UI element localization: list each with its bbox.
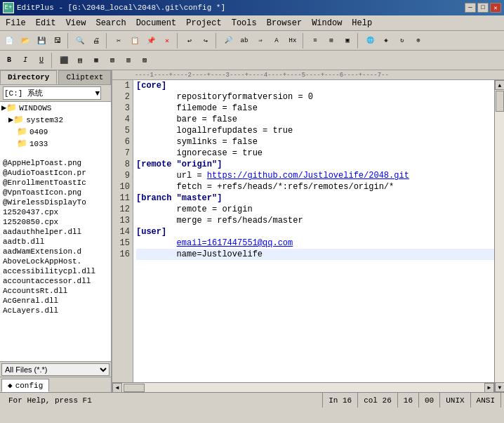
save-button[interactable]: 💾 xyxy=(34,33,49,48)
code-line: symlinks = false xyxy=(136,136,494,148)
view3-button[interactable]: ▣ xyxy=(340,33,355,48)
file-item[interactable]: @VpnToastIcon.png xyxy=(0,188,111,197)
scroll-left-button[interactable]: ◀ xyxy=(112,383,122,393)
save-all-button[interactable]: 🖫 xyxy=(50,33,65,48)
menu-document[interactable]: Document xyxy=(132,16,181,30)
stop-button[interactable]: ⊗ xyxy=(411,33,426,48)
style1-button[interactable]: ▦ xyxy=(88,53,104,68)
tab-cliptext[interactable]: Cliptext xyxy=(58,70,111,84)
file-item[interactable]: accessibilitycpl.dll xyxy=(0,266,111,276)
menu-edit[interactable]: Edit xyxy=(32,16,60,30)
menu-tools[interactable]: Tools xyxy=(227,16,261,30)
line-number: 11 xyxy=(112,193,130,204)
underline-button[interactable]: U xyxy=(34,53,49,68)
close-button[interactable]: ✕ xyxy=(490,3,501,13)
menu-window[interactable]: Window xyxy=(307,16,346,30)
scroll-track[interactable] xyxy=(495,90,504,382)
menu-file[interactable]: File xyxy=(1,16,30,30)
style3-button[interactable]: ▥ xyxy=(121,53,136,68)
scroll-up-button[interactable]: ▲ xyxy=(495,80,504,90)
file-item[interactable]: aadtb.dll xyxy=(0,237,111,247)
wordcount-button[interactable]: Hx xyxy=(285,33,300,48)
scroll-right-button[interactable]: ▶ xyxy=(484,383,494,393)
file-item[interactable]: 12520437.cpx xyxy=(0,207,111,217)
code-content[interactable]: [core] repositoryformatversion = 0 filem… xyxy=(133,80,494,382)
goto-button[interactable]: ⇒ xyxy=(253,33,268,48)
h-scroll-track[interactable] xyxy=(122,383,484,393)
file-item[interactable]: aadWamExtension.d xyxy=(0,247,111,256)
line-number: 6 xyxy=(112,136,130,148)
line-number: 10 xyxy=(112,181,130,193)
code-line: bare = false xyxy=(136,114,494,125)
menu-view[interactable]: View xyxy=(62,16,91,30)
redo-button[interactable]: ↪ xyxy=(198,33,213,48)
folder-icon: ▶📁 xyxy=(8,115,24,125)
directory-tree[interactable]: ▶📁 WINDOWS ▶📁 system32 📁 0409 📁 1033 xyxy=(0,102,111,158)
italic-button[interactable]: I xyxy=(18,53,33,68)
align-center-button[interactable]: ▤ xyxy=(72,53,88,68)
file-item[interactable]: AcLayers.dll xyxy=(0,306,111,315)
editor-area[interactable]: ----1----+----2----+----3----+----4----+… xyxy=(112,70,504,392)
dropdown-arrow: ▼ xyxy=(95,89,100,98)
restore-button[interactable]: □ xyxy=(477,3,489,13)
scroll-thumb[interactable] xyxy=(496,91,504,112)
tree-item-system32[interactable]: ▶📁 system32 xyxy=(0,114,111,126)
new-button[interactable]: 📄 xyxy=(1,33,17,48)
delete-button[interactable]: ✕ xyxy=(159,33,175,48)
drive-dropdown[interactable]: [C:] 系统 ▼ xyxy=(3,86,101,100)
print-preview-button[interactable]: 🔍 xyxy=(72,33,88,48)
print-button[interactable]: 🖨 xyxy=(88,33,104,48)
browser2-button[interactable]: ◈ xyxy=(378,33,394,48)
tree-item-label: 1033 xyxy=(29,140,48,148)
v-scrollbar[interactable]: ▲ ▼ xyxy=(494,80,504,392)
style2-button[interactable]: ▧ xyxy=(105,53,120,68)
code-area[interactable]: 12345678910111213141516 [core] repositor… xyxy=(112,80,494,392)
tree-item-windows[interactable]: ▶📁 WINDOWS xyxy=(0,102,111,114)
file-item[interactable]: @AudioToastIcon.pr xyxy=(0,168,111,178)
cut-button[interactable]: ✂ xyxy=(111,33,126,48)
mono-button[interactable]: ⊞ xyxy=(324,33,339,48)
open-file-tab[interactable]: ◆ config xyxy=(1,379,49,392)
menu-search[interactable]: Search xyxy=(91,16,130,30)
wrap-button[interactable]: ≡ xyxy=(307,33,323,48)
file-icon: ◆ xyxy=(8,381,13,390)
file-item[interactable]: aadauthhelper.dll xyxy=(0,227,111,237)
code-line: url = https://github.com/Justlovelife/20… xyxy=(136,170,494,181)
h-scrollbar[interactable]: ◀ ▶ xyxy=(112,382,494,392)
file-item[interactable]: AboveLockAppHost. xyxy=(0,256,111,266)
file-item[interactable]: 12520850.cpx xyxy=(0,217,111,227)
line-number: 8 xyxy=(112,159,130,170)
file-item[interactable]: AcGenral.dll xyxy=(0,296,111,306)
align-left-button[interactable]: ⬛ xyxy=(56,53,72,68)
file-list[interactable]: @AppHelpToast.png @AudioToastIcon.pr @En… xyxy=(0,158,111,361)
status-linenum: 16 xyxy=(398,393,419,408)
file-item[interactable]: @EnrollmentToastIc xyxy=(0,178,111,188)
menu-project[interactable]: Project xyxy=(182,16,225,30)
file-item[interactable]: AccountsRt.dll xyxy=(0,286,111,296)
open-button[interactable]: 📂 xyxy=(18,33,33,48)
undo-button[interactable]: ↩ xyxy=(182,33,197,48)
file-item[interactable]: accountaccessor.dll xyxy=(0,276,111,286)
h-scroll-thumb[interactable] xyxy=(124,384,145,392)
refresh-button[interactable]: ↻ xyxy=(394,33,410,48)
tree-item-1033[interactable]: 📁 1033 xyxy=(0,138,111,150)
replace-button[interactable]: ab xyxy=(237,33,252,48)
style4-button[interactable]: ▨ xyxy=(137,53,152,68)
paste-button[interactable]: 📌 xyxy=(143,33,159,48)
tab-directory[interactable]: Directory xyxy=(0,70,57,84)
dir-header: [C:] 系统 ▼ xyxy=(0,85,111,102)
menu-help[interactable]: Help xyxy=(347,16,376,30)
file-item[interactable]: @WirelessDisplayTo xyxy=(0,197,111,207)
copy-button[interactable]: 📋 xyxy=(127,33,142,48)
spell-button[interactable]: A xyxy=(269,33,284,48)
find-button[interactable]: 🔎 xyxy=(220,33,236,48)
file-filter-select[interactable]: All Files (*.*)Text Files (*.txt)Config … xyxy=(1,363,110,376)
file-item[interactable]: @AppHelpToast.png xyxy=(0,158,111,168)
bold-button[interactable]: B xyxy=(1,53,17,68)
scroll-down-button[interactable]: ▼ xyxy=(495,382,504,392)
minimize-button[interactable]: ─ xyxy=(465,3,476,13)
browser1-button[interactable]: 🌐 xyxy=(362,33,378,48)
code-line: merge = refs/heads/master xyxy=(136,215,494,226)
tree-item-0409[interactable]: 📁 0409 xyxy=(0,126,111,138)
menu-browser[interactable]: Browser xyxy=(263,16,306,30)
